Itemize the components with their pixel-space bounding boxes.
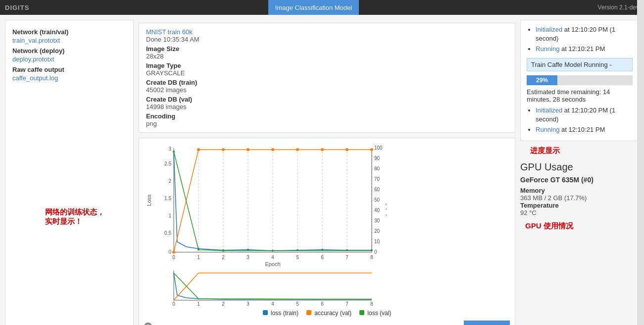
- gpu-annotation: GPU 使用情况: [525, 221, 639, 231]
- estimated-time: Estimated time remaining: 14 minutes, 28…: [527, 88, 633, 103]
- mini-chart: 0 1 2 3 4 5 6 7 8: [144, 268, 387, 308]
- chart-area: 网络的训练状态， 实时显示！ .axis-label { font-size: …: [139, 138, 515, 325]
- memory-val: 363 MB / 2 GB (17.7%): [520, 194, 639, 202]
- svg-text:6: 6: [321, 255, 324, 260]
- svg-text:1: 1: [197, 301, 200, 307]
- svg-text:8: 8: [370, 255, 373, 260]
- svg-text:100: 100: [374, 145, 383, 151]
- temp-val: 92 °C: [520, 209, 639, 217]
- svg-text:50: 50: [374, 197, 380, 203]
- view-large-button[interactable]: View Large: [464, 321, 510, 325]
- gpu-box: GPU Usage GeForce GT 635M (#0) Memory 36…: [520, 159, 639, 219]
- dataset-box: MNIST train 60k Done 10:35:34 AM Image S…: [139, 23, 515, 133]
- create-db-train-val: 45002 images: [146, 86, 508, 94]
- svg-text:5: 5: [296, 301, 299, 307]
- svg-text:6: 6: [321, 301, 324, 307]
- network-train-label: Network (train/val): [12, 28, 126, 36]
- caffe-log-link[interactable]: caffe_output.log: [12, 74, 126, 82]
- svg-text:90: 90: [374, 156, 380, 161]
- svg-point-58: [370, 148, 373, 151]
- svg-text:3: 3: [247, 255, 249, 260]
- svg-point-51: [197, 148, 200, 151]
- status-bullet-initialized-1: Initialized at 12:10:20 PM (1 second): [536, 25, 633, 43]
- svg-text:8: 8: [370, 301, 373, 307]
- svg-text:3: 3: [247, 301, 249, 307]
- main-chart: .axis-label { font-size: 11px; fill: #55…: [144, 143, 387, 267]
- create-db-train-label: Create DB (train): [146, 79, 508, 86]
- svg-text:3: 3: [168, 146, 171, 152]
- encoding-label: Encoding: [146, 112, 508, 120]
- svg-text:60: 60: [374, 187, 380, 192]
- raw-caffe-label: Raw caffe output: [12, 66, 126, 73]
- chart-legend: loss (train) accuracy (val) loss (val): [144, 310, 510, 317]
- svg-text:2: 2: [222, 255, 225, 260]
- svg-point-57: [346, 148, 348, 151]
- svg-text:0: 0: [374, 249, 377, 255]
- svg-point-55: [296, 148, 299, 151]
- svg-text:0: 0: [168, 249, 171, 255]
- version-label: Version 2.1-dev: [598, 4, 639, 11]
- active-tab[interactable]: Image Classification Model: [268, 0, 359, 15]
- loss-val-dot: [359, 310, 364, 315]
- svg-point-54: [271, 148, 274, 151]
- help-icon[interactable]: ?: [144, 323, 152, 325]
- svg-text:1: 1: [197, 255, 200, 260]
- svg-point-61: [222, 250, 224, 252]
- svg-text:2: 2: [222, 301, 225, 307]
- svg-text:0.5: 0.5: [164, 230, 171, 236]
- svg-text:1.5: 1.5: [164, 196, 171, 201]
- svg-point-60: [198, 249, 199, 251]
- svg-text:2: 2: [168, 178, 171, 184]
- svg-point-53: [247, 148, 249, 151]
- create-db-val-val: 14998 images: [146, 103, 508, 110]
- status-bullet-running-2: Running at 12:10:21 PM: [536, 125, 633, 134]
- svg-text:Loss: Loss: [146, 194, 152, 206]
- svg-text:70: 70: [374, 176, 380, 182]
- top-nav: DIGITS Image Classification Model Versio…: [0, 0, 644, 15]
- middle-panel: MNIST train 60k Done 10:35:34 AM Image S…: [139, 15, 520, 325]
- status-box: Initialized at 12:10:20 PM (1 second) Ru…: [520, 20, 639, 141]
- progress-annotation: 进度显示: [530, 146, 639, 156]
- legend-loss-train: loss (train): [263, 310, 298, 317]
- svg-text:5: 5: [296, 255, 299, 260]
- svg-text:0: 0: [172, 255, 175, 260]
- chart-svg-wrapper: .axis-label { font-size: 11px; fill: #55…: [144, 143, 510, 308]
- svg-point-50: [172, 251, 175, 254]
- image-size-val: 28x28: [146, 53, 508, 60]
- svg-point-59: [173, 151, 175, 153]
- svg-text:10: 10: [374, 239, 380, 244]
- network-deploy-label: Network (deploy): [12, 47, 126, 54]
- train-val-link[interactable]: train_val.prototxt: [12, 37, 126, 44]
- loss-train-dot: [263, 310, 268, 315]
- main-content: Network (train/val) train_val.prototxt N…: [0, 15, 644, 325]
- scrollbar[interactable]: [637, 0, 644, 325]
- deploy-link[interactable]: deploy.prototxt: [12, 55, 126, 63]
- svg-text:0: 0: [172, 301, 175, 307]
- accuracy-val-dot: [306, 310, 311, 315]
- status-bullet-initialized-2: Initialized at 12:10:20 PM (1 second): [536, 106, 633, 124]
- legend-accuracy-val: accuracy (val): [306, 310, 351, 317]
- legend-loss-val: loss (val): [359, 310, 391, 317]
- svg-text:2.5: 2.5: [164, 161, 171, 166]
- svg-text:Accuracy (%): Accuracy (%): [386, 184, 387, 216]
- status-bullet-running-1: Running at 12:10:21 PM: [536, 45, 633, 54]
- svg-point-56: [321, 148, 324, 151]
- svg-text:4: 4: [271, 301, 274, 307]
- svg-text:40: 40: [374, 208, 380, 213]
- brand-label: DIGITS: [5, 4, 29, 11]
- gpu-title: GPU Usage: [520, 162, 639, 173]
- memory-label: Memory: [520, 187, 639, 194]
- dataset-source-link[interactable]: MNIST train 60k: [146, 28, 508, 36]
- done-time: Done 10:35:34 AM: [146, 36, 199, 43]
- progress-bar: 29%: [527, 75, 633, 85]
- status-header: Train Caffe Model Running -: [527, 58, 633, 71]
- svg-text:7: 7: [346, 301, 348, 307]
- svg-text:30: 30: [374, 218, 380, 223]
- progress-bar-fill: 29%: [527, 75, 557, 85]
- image-size-label: Image Size: [146, 45, 508, 53]
- right-panel: Initialized at 12:10:20 PM (1 second) Ru…: [520, 15, 644, 325]
- svg-text:7: 7: [346, 255, 348, 260]
- svg-text:1: 1: [168, 213, 171, 218]
- image-type-label: Image Type: [146, 62, 508, 69]
- svg-text:80: 80: [374, 166, 380, 171]
